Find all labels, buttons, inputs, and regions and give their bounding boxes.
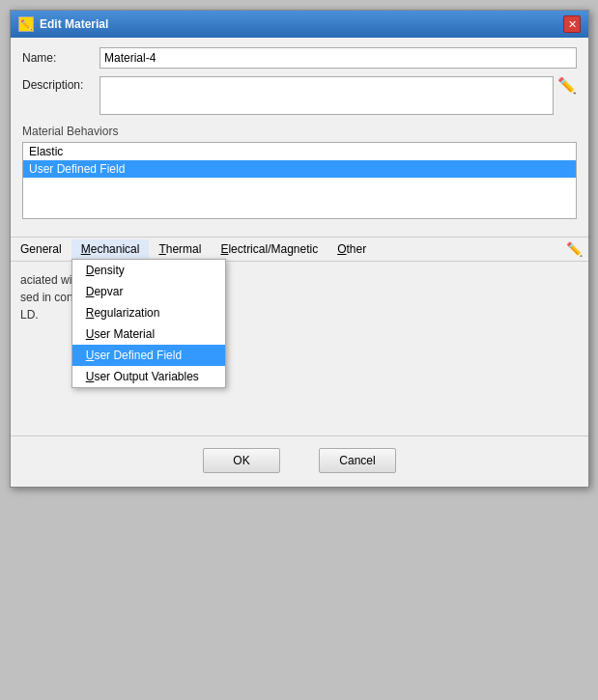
- description-pencil-icon[interactable]: ✏️: [557, 76, 577, 95]
- description-label: Description:: [22, 76, 100, 92]
- menu-pencil-icon[interactable]: ✏️: [566, 241, 583, 257]
- behavior-elastic[interactable]: Elastic: [23, 143, 576, 160]
- bottom-buttons: OK Cancel: [11, 435, 588, 487]
- behaviors-list: Elastic User Defined Field: [22, 142, 577, 219]
- ok-button[interactable]: OK: [203, 448, 280, 473]
- description-row: Description: ✏️: [22, 76, 577, 115]
- menu-other-label: Other: [337, 242, 366, 256]
- menu-mechanical[interactable]: Mechanical Density Depvar Regularization…: [71, 239, 150, 259]
- menu-general[interactable]: General: [11, 239, 71, 259]
- dropdown-user-defined-field[interactable]: User Defined Field: [72, 345, 225, 366]
- name-label: Name:: [22, 51, 100, 65]
- name-input[interactable]: [100, 47, 577, 69]
- title-bar: ✏️ Edit Material ✕: [11, 11, 588, 38]
- section-title: Material Behaviors: [22, 125, 577, 138]
- dialog-title: Edit Material: [40, 17, 108, 31]
- menu-electrical-magnetic-label: Electrical/Magnetic: [220, 242, 318, 256]
- dropdown-user-output-variables[interactable]: User Output Variables: [72, 366, 225, 387]
- menu-bar: General Mechanical Density Depvar Regula…: [11, 237, 588, 262]
- mechanical-dropdown: Density Depvar Regularization User Mater…: [71, 259, 226, 388]
- menu-mechanical-label: Mechanical: [81, 242, 140, 256]
- description-input[interactable]: [100, 76, 554, 115]
- content-line-3: LD.: [20, 308, 39, 322]
- behavior-user-defined-field[interactable]: User Defined Field: [23, 160, 576, 178]
- close-button[interactable]: ✕: [563, 15, 581, 33]
- dropdown-user-material[interactable]: User Material: [72, 323, 225, 345]
- dialog-icon: ✏️: [18, 16, 34, 32]
- dialog-body: Name: Description: ✏️ Material Behaviors…: [11, 38, 588, 237]
- menu-general-label: General: [20, 242, 62, 256]
- dropdown-density[interactable]: Density: [72, 260, 225, 281]
- title-bar-left: ✏️ Edit Material: [18, 16, 108, 32]
- menu-other[interactable]: Other: [327, 239, 376, 259]
- edit-material-dialog: ✏️ Edit Material ✕ Name: Description: ✏️…: [10, 10, 589, 488]
- menu-thermal[interactable]: Thermal: [149, 239, 211, 259]
- dropdown-regularization[interactable]: Regularization: [72, 302, 225, 323]
- cancel-button[interactable]: Cancel: [319, 448, 396, 473]
- menu-electrical-magnetic[interactable]: Electrical/Magnetic: [211, 239, 327, 259]
- dropdown-depvar[interactable]: Depvar: [72, 281, 225, 302]
- menu-thermal-label: Thermal: [158, 242, 201, 256]
- name-row: Name:: [22, 47, 577, 69]
